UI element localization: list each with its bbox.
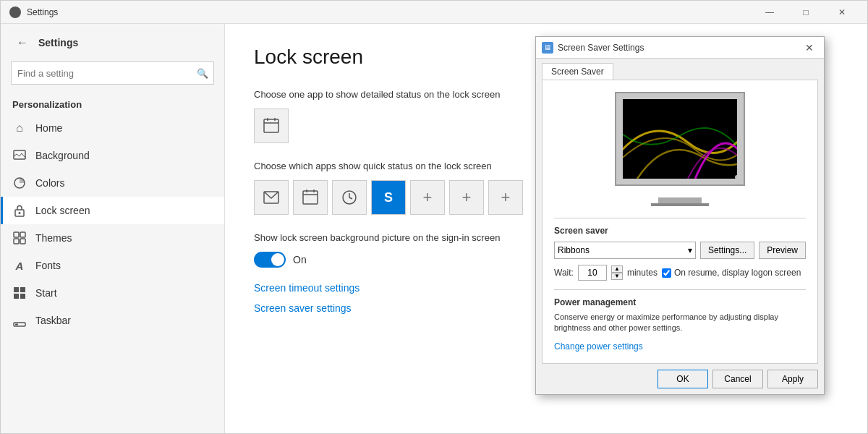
preview-button[interactable]: Preview: [759, 242, 806, 259]
screen-saver-section-label: Screen saver: [554, 226, 806, 236]
monitor-preview: [554, 92, 806, 206]
wait-row: Wait: ▲ ▼ minutes On resume, display log…: [554, 265, 806, 281]
ok-button[interactable]: OK: [658, 370, 708, 388]
power-section-label: Power management: [554, 297, 806, 307]
screen-saver-dropdown[interactable]: Ribbons ▾: [554, 242, 696, 259]
wait-input[interactable]: [578, 265, 607, 281]
dropdown-arrow: ▾: [688, 245, 692, 255]
resume-label-wrapper: On resume, display logon screen: [662, 268, 801, 278]
dialog-body: Screen saver Ribbons ▾ Settings... Previ…: [542, 80, 818, 364]
monitor-stand: [658, 197, 702, 203]
settings-button[interactable]: Settings...: [700, 242, 754, 259]
dialog-title-text: Screen Saver Settings: [558, 43, 796, 53]
change-power-link[interactable]: Change power settings: [554, 341, 643, 352]
dropdown-value: Ribbons: [558, 245, 590, 255]
dialog-tabs: Screen Saver: [536, 59, 824, 80]
wait-label: Wait:: [554, 268, 574, 278]
dialog-footer: OK Cancel Apply: [536, 364, 824, 394]
cancel-button[interactable]: Cancel: [712, 370, 763, 388]
dialog-title-bar: 🖥 Screen Saver Settings ✕: [536, 37, 824, 59]
resume-text: On resume, display logon screen: [674, 268, 801, 278]
apply-button[interactable]: Apply: [767, 370, 818, 388]
divider-2: [554, 289, 806, 290]
dialog-close-button[interactable]: ✕: [801, 41, 818, 55]
monitor-frame: [615, 92, 745, 186]
power-description: Conserve energy or maximize performance …: [554, 312, 806, 334]
divider-1: [554, 218, 806, 218]
svg-rect-24: [623, 99, 737, 179]
screen-saver-tab[interactable]: Screen Saver: [542, 63, 613, 80]
dialog-icon: 🖥: [542, 42, 553, 54]
ss-controls-row: Ribbons ▾ Settings... Preview: [554, 242, 806, 259]
screen-saver-dialog: 🖥 Screen Saver Settings ✕ Screen Saver: [535, 36, 825, 395]
dialog-overlay: 🖥 Screen Saver Settings ✕ Screen Saver: [0, 0, 868, 434]
spin-up-button[interactable]: ▲: [611, 265, 623, 273]
minutes-label: minutes: [627, 268, 658, 278]
preview-screen: [623, 99, 737, 179]
monitor-base: [651, 203, 709, 206]
spinner-buttons: ▲ ▼: [611, 265, 623, 280]
spin-down-button[interactable]: ▼: [611, 273, 623, 280]
resume-checkbox[interactable]: [662, 268, 671, 278]
